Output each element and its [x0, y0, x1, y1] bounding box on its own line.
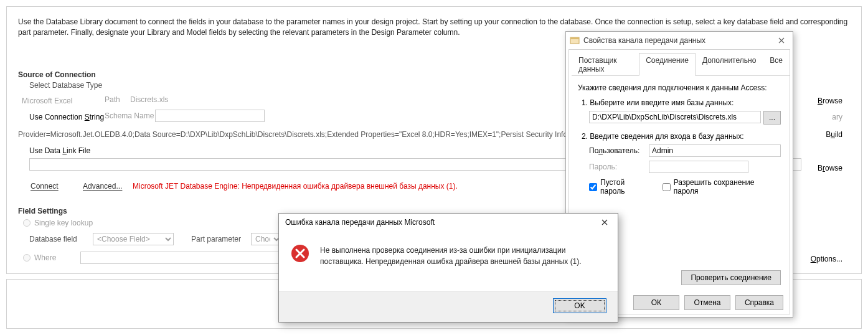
link-advanced[interactable]: Advanced...	[83, 182, 122, 191]
radio-where[interactable]: Where	[23, 253, 56, 262]
dialog-props-title: Свойства канала передачи данных	[583, 36, 771, 45]
label-path: Path	[105, 95, 120, 104]
db-link-icon	[570, 35, 580, 45]
dialog-props-titlebar: Свойства канала передачи данных	[566, 32, 793, 49]
link-connect[interactable]: Connect	[31, 182, 59, 191]
radio-single-key-lookup[interactable]: Single key lookup	[23, 219, 93, 227]
radio-single-key-lookup-label: Single key lookup	[34, 219, 93, 227]
value-path: Discrets.xls	[130, 95, 168, 104]
label-part-parameter: Part parameter	[191, 235, 241, 243]
props-help-button[interactable]: Справка	[735, 295, 783, 310]
jet-error-text: Microsoft JET Database Engine: Непредвид…	[133, 182, 458, 191]
label-ms-excel: Microsoft Excel	[22, 97, 72, 105]
tabs-row: Поставщик данных Соединение Дополнительн…	[572, 50, 790, 76]
input-schema-name[interactable]	[155, 110, 265, 122]
tab-all[interactable]: Все	[763, 53, 790, 76]
checkbox-empty-password[interactable]: Пустой пароль	[589, 178, 651, 196]
svg-rect-1	[570, 37, 579, 39]
msgbox-ok-button[interactable]: OK	[553, 298, 606, 313]
label-database-field: Database field	[29, 235, 77, 243]
input-password[interactable]	[649, 161, 748, 173]
close-icon	[778, 37, 785, 44]
error-message-box: Ошибка канала передачи данных Microsoft …	[278, 213, 618, 323]
msgbox-title: Ошибка канала передачи данных Microsoft	[285, 218, 435, 227]
link-options[interactable]: Options...	[811, 255, 842, 263]
msgbox-message: Не выполнена проверка соединения из-за о…	[320, 243, 606, 279]
label-use-conn-string: Use Connection String	[29, 113, 104, 121]
error-icon	[290, 243, 310, 263]
section-field-settings: Field Settings	[18, 207, 67, 215]
conn-step1-label: 1. Выберите или введите имя базы данных:	[582, 98, 781, 107]
link-browse-2[interactable]: Browse	[818, 164, 842, 172]
radio-where-label: Where	[34, 253, 56, 262]
checkbox-allow-save[interactable]: Разрешить сохранение пароля	[663, 178, 781, 196]
checkbox-allow-save-input[interactable]	[663, 183, 671, 191]
section-source-connection: Source of Connection	[18, 70, 96, 79]
tab-connection[interactable]: Соединение	[639, 53, 696, 76]
tab-provider[interactable]: Поставщик данных	[572, 53, 639, 76]
input-where[interactable]	[80, 252, 282, 264]
ellipsis-icon: ...	[769, 113, 775, 122]
select-part-parameter[interactable]: Choose Parameter	[251, 233, 282, 245]
conn-info-text: Укажите сведения для подключения к данны…	[578, 83, 781, 92]
dialog-props-close-button[interactable]	[771, 34, 791, 47]
radio-where-input[interactable]	[23, 254, 31, 262]
value-provider-string: Provider=Microsoft.Jet.OLEDB.4.0;Data So…	[18, 130, 590, 139]
close-icon	[601, 219, 608, 225]
tab-advanced[interactable]: Дополнительно	[696, 53, 763, 76]
radio-single-key-lookup-input[interactable]	[23, 219, 31, 227]
label-user: Пользователь:	[589, 146, 644, 155]
checkbox-allow-save-label: Разрешить сохранение пароля	[674, 178, 781, 196]
select-database-field[interactable]: <Choose Field>	[93, 233, 174, 245]
props-ok-button[interactable]: ОК	[633, 295, 679, 310]
input-db-path[interactable]	[589, 111, 761, 123]
test-connection-button[interactable]: Проверить соединение	[681, 270, 781, 285]
props-cancel-button[interactable]: Отмена	[684, 295, 730, 310]
label-schema-name: Schema Name	[105, 111, 154, 120]
checkbox-empty-password-label: Пустой пароль	[600, 178, 651, 196]
label-password: Пароль:	[589, 163, 644, 171]
checkbox-empty-password-input[interactable]	[589, 183, 597, 191]
msgbox-close-button[interactable]	[594, 215, 615, 229]
label-select-db-type: Select Database Type	[29, 81, 102, 90]
link-browse-1[interactable]: Browse	[818, 97, 842, 105]
browse-db-button[interactable]: ...	[763, 111, 781, 125]
label-use-data-link-file: Use Data Link File	[29, 146, 90, 155]
msgbox-titlebar: Ошибка канала передачи данных Microsoft	[279, 214, 618, 231]
input-user[interactable]	[649, 144, 781, 157]
conn-step2-label: 2. Введите сведения для входа в базу дан…	[582, 132, 781, 141]
fragment-ary: ary	[832, 113, 842, 121]
link-build[interactable]: Build	[826, 130, 842, 139]
